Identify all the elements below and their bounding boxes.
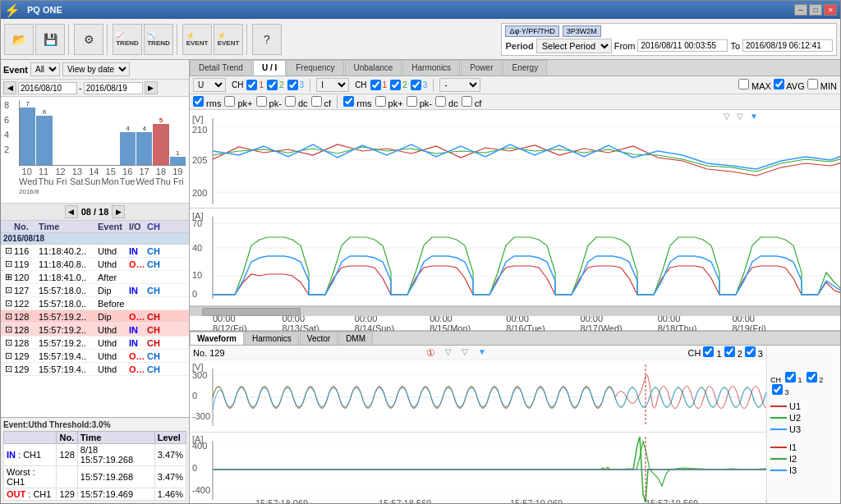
extra-select[interactable]: - xyxy=(439,78,480,92)
to-date-input[interactable] xyxy=(742,39,833,52)
avg-checkbox-label[interactable]: AVG xyxy=(774,79,805,91)
from-date-input[interactable] xyxy=(637,39,728,52)
event-row-116[interactable]: ⊡ 116 11:18:40.2.. Uthd IN CH xyxy=(1,245,189,258)
event-list[interactable]: No. Time Event I/O CH 2016/08/18 ⊡ 116 1… xyxy=(1,221,189,417)
end-date-input[interactable] xyxy=(84,82,143,94)
u-pkminus-cb[interactable] xyxy=(256,96,267,107)
i-ch3-checkbox-label[interactable]: 3 xyxy=(411,80,428,90)
i-pkplus-cb[interactable] xyxy=(375,96,386,107)
event-row-128-uthd-2[interactable]: ⊡ 128 15:57:19.2.. Uthd IN CH xyxy=(1,337,189,350)
table-row-in[interactable]: IN : CH1 128 8/18 15:57:19.268 3.47% xyxy=(4,444,186,466)
table-row-worst[interactable]: Worst : CH1 15:57:19.268 3.47% xyxy=(4,466,186,488)
i-ch3-checkbox[interactable] xyxy=(411,80,421,90)
view-by-select[interactable]: View by date xyxy=(62,62,130,76)
i-ch2-checkbox-label[interactable]: 2 xyxy=(390,80,407,90)
i-dc-label[interactable]: dc xyxy=(435,96,458,108)
i-pkminus-cb[interactable] xyxy=(407,96,417,107)
event-row-127[interactable]: ⊡ 127 15:57:18.0.. Dip IN CH xyxy=(1,284,189,297)
wf-ch1-label[interactable]: 1 xyxy=(703,346,721,359)
wf-ch1-cb[interactable] xyxy=(703,346,714,357)
wf-ch3-cb[interactable] xyxy=(745,346,756,357)
i-ch1-checkbox[interactable] xyxy=(370,80,381,90)
tab-unbalance[interactable]: Unbalance xyxy=(345,60,402,76)
event2-button[interactable]: ⚡EVENT xyxy=(214,24,243,55)
event1-button[interactable]: ⚡EVENT xyxy=(182,24,212,55)
max-checkbox-label[interactable]: MAX xyxy=(738,79,771,91)
wf-leg-ch3[interactable]: 3 xyxy=(772,388,789,396)
trend2-button[interactable]: 📉TREND xyxy=(144,24,173,55)
i-channel-select[interactable]: I xyxy=(316,78,349,92)
bar-day-19[interactable]: 1 xyxy=(170,149,186,165)
bar-day-17[interactable]: 4 xyxy=(136,125,152,165)
u-pkminus-label[interactable]: pk- xyxy=(256,96,282,108)
u-cf-cb[interactable] xyxy=(311,96,322,107)
date-prev-button[interactable]: ◀ xyxy=(3,81,16,94)
maximize-button[interactable]: □ xyxy=(809,4,822,16)
i-rms-cb[interactable] xyxy=(343,96,354,107)
min-checkbox-label[interactable]: MIN xyxy=(807,79,837,91)
u-dc-cb[interactable] xyxy=(285,96,296,107)
max-checkbox[interactable] xyxy=(738,79,749,89)
wf-leg-ch1[interactable]: 1 xyxy=(785,376,802,384)
event-type-select[interactable]: All xyxy=(30,62,60,76)
u-ch2-checkbox[interactable] xyxy=(267,80,278,90)
event-row-129-out-1[interactable]: ⊡ 129 15:57:19.4.. Uthd OUT CH xyxy=(1,350,189,363)
help-button[interactable]: ? xyxy=(252,24,282,55)
trend-h-scrollbar[interactable] xyxy=(190,306,840,316)
tab-energy[interactable]: Energy xyxy=(503,60,547,76)
u-ch2-checkbox-label[interactable]: 2 xyxy=(267,80,284,90)
settings-button[interactable]: ⚙ xyxy=(74,24,103,55)
u-cf-label[interactable]: cf xyxy=(311,96,332,108)
u-ch1-checkbox[interactable] xyxy=(246,80,257,90)
u-rms-cb[interactable] xyxy=(193,96,204,107)
table-row-out[interactable]: OUT : CH1 129 15:57:19.469 1.46% xyxy=(4,488,186,501)
wf-leg-ch2[interactable]: 2 xyxy=(807,376,824,384)
i-ch1-checkbox-label[interactable]: 1 xyxy=(370,80,388,90)
u-ch1-checkbox-label[interactable]: 1 xyxy=(246,80,264,90)
tab-detail-trend[interactable]: Detail Trend xyxy=(190,60,252,76)
min-checkbox[interactable] xyxy=(807,79,818,89)
wf-ch2-cb[interactable] xyxy=(724,346,735,357)
event-row-128-dip[interactable]: ⊡ 128 15:57:19.2.. Dip OUT CH xyxy=(1,310,189,323)
i-pkminus-label[interactable]: pk- xyxy=(407,96,432,108)
u-rms-label[interactable]: rms xyxy=(193,96,221,108)
i-pkplus-label[interactable]: pk+ xyxy=(375,96,403,108)
trend-scroll-thumb[interactable] xyxy=(202,308,301,316)
wf-tab-waveform[interactable]: Waveform xyxy=(190,332,244,345)
event-row-128-uthd-1[interactable]: ⊡ 128 15:57:19.2.. Uthd IN CH xyxy=(1,323,189,337)
avg-checkbox[interactable] xyxy=(774,79,784,89)
minimize-button[interactable]: ─ xyxy=(794,4,807,16)
u-pkplus-label[interactable]: pk+ xyxy=(224,96,252,108)
bar-day-10[interactable]: 7 xyxy=(20,100,35,165)
u-channel-select[interactable]: U xyxy=(193,78,226,92)
tab-frequency[interactable]: Frequency xyxy=(287,60,343,76)
wf-tab-vector[interactable]: Vector xyxy=(300,332,338,345)
event-row-122[interactable]: ⊡ 122 15:57:18.0.. Before xyxy=(1,297,189,310)
bar-day-11[interactable]: 6 xyxy=(36,108,52,165)
trend1-button[interactable]: 📈TREND xyxy=(113,24,142,55)
wf-ch3-label[interactable]: 3 xyxy=(745,346,763,359)
u-dc-label[interactable]: dc xyxy=(285,96,308,108)
i-cf-label[interactable]: cf xyxy=(462,96,482,108)
date-next-button[interactable]: ▶ xyxy=(145,81,158,94)
i-ch2-checkbox[interactable] xyxy=(390,80,401,90)
bar-day-16[interactable]: 4 xyxy=(120,125,136,165)
event-row-129-out-2[interactable]: ⊡ 129 15:57:19.4.. Uthd OUT CH xyxy=(1,363,189,376)
open-button[interactable]: 📂 xyxy=(4,24,34,55)
event-row-119[interactable]: ⊡ 119 11:18:40.8.. Uthd OUT CH xyxy=(1,258,189,271)
month-next-button[interactable]: ▶ xyxy=(112,205,125,218)
i-dc-cb[interactable] xyxy=(435,96,446,107)
period-select[interactable]: Select Period xyxy=(536,39,612,53)
bar-day-18[interactable]: 5 xyxy=(153,117,168,165)
tab-harmonics[interactable]: Harmonics xyxy=(402,60,460,76)
save-button[interactable]: 💾 xyxy=(35,24,65,55)
wf-tab-harmonics[interactable]: Harmonics xyxy=(245,332,299,345)
event-row-120[interactable]: ⊞ 120 11:18:41.0.. After xyxy=(1,271,189,284)
wf-ch2-label[interactable]: 2 xyxy=(724,346,742,359)
month-prev-button[interactable]: ◀ xyxy=(65,205,78,218)
wf-tab-dmm[interactable]: DMM xyxy=(338,332,373,345)
start-date-input[interactable] xyxy=(18,82,77,94)
u-pkplus-cb[interactable] xyxy=(224,96,235,107)
close-button[interactable]: ✕ xyxy=(824,4,837,16)
u-ch3-checkbox-label[interactable]: 3 xyxy=(287,80,305,90)
